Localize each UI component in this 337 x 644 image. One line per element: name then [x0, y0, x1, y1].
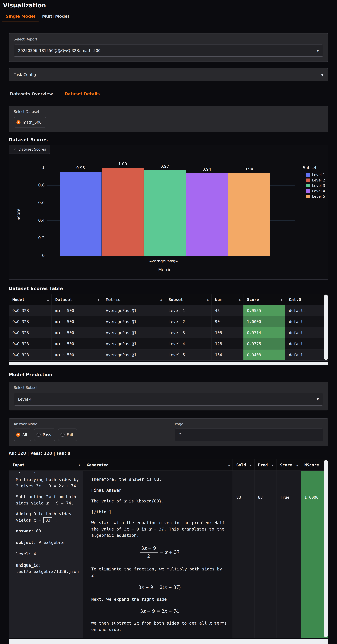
legend-label: Level 4: [312, 189, 325, 193]
dataset-scores-table: Model▲Dataset▲Metric▲Subset▲Num▲Score▲Ca…: [9, 294, 328, 360]
horizontal-scrollbar[interactable]: [9, 362, 328, 366]
radio-all[interactable]: All: [14, 428, 31, 441]
task-config-accordion[interactable]: Task Config ◀: [9, 68, 328, 81]
boxed-answer: 83: [43, 517, 52, 523]
page-title: Visualization: [0, 0, 337, 9]
cell-dataset: math_500: [52, 350, 102, 360]
sort-arrow-icon[interactable]: ▲: [79, 463, 80, 466]
radio-fail-label: Fail: [67, 432, 73, 437]
y-tick-label: 0.6: [30, 200, 45, 205]
vertical-scrollbar[interactable]: [324, 294, 328, 360]
sort-arrow-icon[interactable]: ▲: [272, 463, 274, 466]
dataset-scores-chart-tab[interactable]: Dataset Scores: [9, 145, 50, 154]
answer-mode-radio-group: AllPassFail: [14, 428, 175, 441]
column-header-label: Generated: [87, 463, 109, 468]
report-dropdown[interactable]: 20250306_181550@@QwQ-32B::math_500 ▼: [14, 44, 323, 57]
column-header-input[interactable]: Input▲: [9, 460, 83, 470]
paragraph: Subtracting 2x from both sides yield x −…: [16, 494, 79, 506]
sort-arrow-icon[interactable]: ▲: [160, 298, 162, 301]
legend-item-level-4[interactable]: Level 4: [306, 189, 325, 193]
sort-arrow-icon[interactable]: ▲: [228, 463, 230, 466]
page-label: Page: [175, 422, 323, 426]
column-header-nscore[interactable]: NScore▲: [301, 460, 328, 470]
column-header-num[interactable]: Num▲: [212, 294, 244, 305]
clipped-text: 2(x + 37): [16, 472, 79, 473]
column-header-label: Score: [280, 463, 292, 468]
horizontal-scrollbar[interactable]: [9, 639, 328, 644]
cell-score: 0.9535: [244, 305, 285, 316]
cell-generated: Therefore, the answer is 83.Final Answer…: [83, 471, 233, 638]
legend-item-level-5[interactable]: Level 5: [306, 194, 325, 198]
fraction: 3x − 92: [140, 546, 158, 559]
column-header-subset[interactable]: Subset▲: [165, 294, 212, 305]
table-row: QwQ-32Bmath_500AveragePass@1Level 31050.…: [9, 327, 328, 338]
equation: 3x − 9 = 2(x + 37): [91, 585, 228, 590]
bar-level-5[interactable]: [228, 173, 270, 256]
legend-swatch: [306, 189, 310, 193]
column-header-cat-0[interactable]: Cat.0▲: [285, 294, 328, 305]
y-tick-label: 0.2: [30, 236, 45, 240]
column-header-metric[interactable]: Metric▲: [102, 294, 165, 305]
bar-value-label: 0.97: [144, 164, 186, 169]
column-header-label: Gold: [236, 463, 246, 468]
bar-level-2[interactable]: [102, 168, 144, 256]
radio-math-500[interactable]: math_500: [14, 117, 46, 128]
fraction-denominator: 2: [140, 552, 158, 559]
cell-num: 134: [212, 350, 244, 360]
column-header-label: Pred: [258, 463, 268, 468]
radio-all-label: All: [22, 432, 27, 437]
tab-dataset-details[interactable]: Dataset Details: [64, 90, 100, 99]
cell-subset: Level 2: [165, 316, 212, 327]
cell-cat-0: default: [285, 350, 328, 360]
cell-metric: AveragePass@1: [102, 350, 165, 360]
cell-score: 0.9375: [244, 338, 285, 349]
tab-multi-model[interactable]: Multi Model: [38, 12, 72, 22]
sort-arrow-icon[interactable]: ▲: [296, 463, 298, 466]
cell-dataset: math_500: [52, 316, 102, 327]
page-input[interactable]: [175, 428, 323, 441]
legend-item-level-3[interactable]: Level 3: [306, 184, 325, 188]
legend-label: Level 1: [312, 173, 325, 177]
cell-metric: AveragePass@1: [102, 327, 165, 338]
column-header-label: Input: [12, 463, 24, 468]
chevron-down-icon: ▼: [317, 398, 319, 401]
tab-single-model[interactable]: Single Model: [2, 12, 38, 22]
column-header-score[interactable]: Score▲: [277, 460, 301, 470]
cell-pred: 83: [255, 471, 277, 638]
paragraph: We then subtract 2x from both sides to g…: [91, 620, 228, 632]
column-header-generated[interactable]: Generated▲: [83, 460, 233, 470]
sort-arrow-icon[interactable]: ▲: [239, 298, 241, 301]
cell-model: QwQ-32B: [9, 327, 52, 338]
sort-arrow-icon[interactable]: ▲: [207, 298, 209, 301]
column-header-dataset[interactable]: Dataset▲: [52, 294, 102, 305]
bar-value-label: 0.94: [186, 167, 228, 172]
legend-item-level-2[interactable]: Level 2: [306, 178, 325, 182]
y-tick-label: 0.4: [30, 218, 45, 223]
column-header-pred[interactable]: Pred▲: [255, 460, 277, 470]
bar-level-4[interactable]: [186, 173, 228, 256]
sort-arrow-icon[interactable]: ▲: [98, 298, 99, 301]
column-header-label: Cat.0: [289, 297, 301, 302]
radio-pass[interactable]: Pass: [34, 428, 55, 441]
subset-dropdown[interactable]: Level 4 ▼: [14, 393, 323, 406]
table-row: QwQ-32Bmath_500AveragePass@1Level 2901.0…: [9, 316, 328, 327]
prediction-row: 2(x + 37)Multiplying both sides by 2 giv…: [9, 470, 328, 638]
column-header-score[interactable]: Score▲: [244, 294, 285, 305]
fraction-rhs: = x + 37: [160, 550, 180, 555]
radio-fail[interactable]: Fail: [58, 428, 77, 441]
bar-level-3[interactable]: [144, 170, 186, 256]
column-header-model[interactable]: Model▲: [9, 294, 52, 305]
sort-arrow-icon[interactable]: ▲: [281, 298, 282, 301]
tab-datasets-overview[interactable]: Datasets Overview: [9, 90, 53, 99]
vertical-scrollbar[interactable]: [324, 460, 328, 638]
clipped-text-line: 2(x + 37): [16, 472, 79, 475]
legend-item-level-1[interactable]: Level 1: [306, 173, 325, 177]
cell-num: 128: [212, 338, 244, 349]
paragraph: Adding 9 to both sides yields x = 83 .: [16, 511, 79, 523]
sort-arrow-icon[interactable]: ▲: [250, 463, 252, 466]
answer-mode-label: Answer Mode: [14, 422, 175, 426]
y-tick-label: 0: [30, 253, 45, 258]
sort-arrow-icon[interactable]: ▲: [47, 298, 49, 301]
column-header-gold[interactable]: Gold▲: [233, 460, 255, 470]
bar-level-1[interactable]: [60, 172, 102, 256]
